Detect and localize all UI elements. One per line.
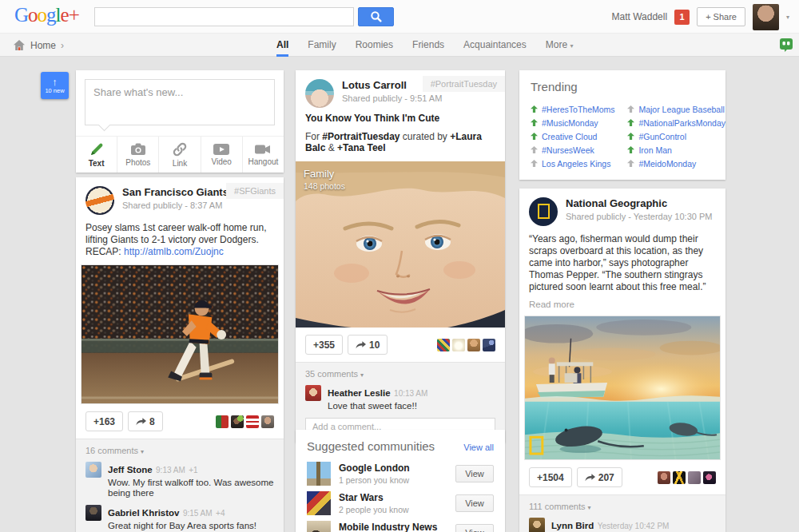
resharer-avatar[interactable]	[261, 415, 274, 428]
post-photo-stingray[interactable]	[524, 316, 721, 460]
post-author-name[interactable]: National Geographic	[566, 197, 712, 209]
tab-roomies[interactable]: Roomies	[356, 34, 393, 57]
community-name[interactable]: Star Wars	[339, 492, 409, 503]
resharer-avatar[interactable]	[231, 415, 244, 428]
community-thumbnail[interactable]	[307, 462, 331, 486]
new-posts-button[interactable]: ↑ 10 new	[41, 72, 69, 99]
read-more-link[interactable]: Read more	[519, 300, 725, 316]
reshare-button[interactable]: 8	[128, 411, 163, 431]
resharer-avatar[interactable]	[673, 471, 686, 484]
share-action-text[interactable]: Text	[76, 137, 117, 173]
community-thumbnail[interactable]	[307, 491, 331, 515]
commenter-avatar[interactable]	[529, 518, 545, 532]
trending-item[interactable]: #NursesWeek	[531, 143, 627, 157]
reshare-button[interactable]: 207	[577, 467, 622, 487]
tab-friends[interactable]: Friends	[412, 34, 444, 57]
search-button[interactable]	[358, 7, 394, 26]
resharer-avatar[interactable]	[688, 471, 701, 484]
comments-toggle[interactable]: 111 comments ▾	[529, 502, 716, 511]
trending-item[interactable]: #GunControl	[627, 129, 725, 143]
view-all-link[interactable]: View all	[463, 443, 494, 452]
resharer-avatar[interactable]	[437, 339, 450, 351]
share-action-video[interactable]: Video	[201, 137, 243, 173]
tab-family[interactable]: Family	[308, 34, 336, 57]
trending-link[interactable]: #HeresToTheMoms	[542, 105, 615, 114]
commenter-name[interactable]: Gabriel Khristov	[108, 508, 179, 518]
notifications-badge[interactable]: 1	[674, 10, 690, 25]
trending-link[interactable]: Major League Baseball	[638, 105, 724, 114]
resharer-avatar[interactable]	[216, 415, 229, 428]
community-thumbnail[interactable]	[307, 521, 331, 532]
trending-item[interactable]: Major League Baseball	[627, 102, 725, 116]
search-input[interactable]	[94, 7, 354, 26]
post-photo-portrait[interactable]: Family 148 photos	[296, 161, 505, 328]
trending-link[interactable]: #GunControl	[638, 132, 686, 141]
reshare-button[interactable]: 10	[348, 335, 388, 355]
hashtag-badge[interactable]: #PortraitTuesday	[423, 76, 505, 92]
album-name[interactable]: Family	[304, 168, 345, 180]
commenter-avatar[interactable]	[305, 385, 321, 401]
trending-link[interactable]: Iron Man	[638, 145, 671, 155]
view-community-button[interactable]: View	[455, 465, 494, 482]
share-action-hangout[interactable]: Hangout	[243, 137, 284, 173]
post-author-avatar[interactable]	[85, 186, 114, 215]
share-action-link[interactable]: Link	[159, 137, 201, 173]
share-action-label: Text	[89, 159, 105, 168]
trending-item[interactable]: Creative Cloud	[531, 129, 627, 143]
google-plus-logo[interactable]: Google+	[14, 4, 79, 26]
resharer-avatar[interactable]	[452, 339, 465, 351]
trending-item[interactable]: Iron Man	[627, 143, 725, 157]
trending-item[interactable]: Los Angeles Kings	[531, 157, 627, 170]
curated-person-link[interactable]: +Tana Teel	[337, 142, 386, 153]
community-name[interactable]: Google London	[339, 463, 410, 474]
trending-link[interactable]: Los Angeles Kings	[542, 159, 610, 169]
commenter-name[interactable]: Heather Leslie	[328, 388, 391, 398]
plus-one-button[interactable]: +355	[305, 335, 343, 355]
post-link[interactable]: http://atmlb.com/Zuojnc	[124, 246, 224, 257]
view-community-button[interactable]: View	[455, 524, 494, 532]
home-menu[interactable]: Home ›	[13, 34, 64, 57]
resharer-avatar[interactable]	[483, 339, 495, 351]
hashtag-badge[interactable]: #SFGiants	[226, 183, 284, 199]
commenter-avatar[interactable]	[85, 462, 101, 478]
view-community-button[interactable]: View	[455, 494, 494, 512]
curated-hashtag-link[interactable]: #PortraitTuesday	[322, 131, 400, 142]
post-author-avatar[interactable]	[305, 79, 334, 108]
resharer-avatar[interactable]	[658, 471, 670, 484]
post-author-name[interactable]: San Francisco Giants	[122, 186, 229, 198]
tab-more[interactable]: More ▾	[546, 34, 574, 57]
user-avatar[interactable]	[753, 4, 779, 30]
tab-all[interactable]: All	[276, 34, 288, 57]
plus-one-button[interactable]: +1504	[529, 467, 572, 487]
logo-letter: o	[38, 4, 47, 26]
resharer-avatar[interactable]	[467, 339, 480, 351]
hangouts-icon[interactable]	[780, 38, 793, 55]
plus-one-button[interactable]: +163	[85, 411, 123, 431]
trending-link[interactable]: #MusicMonday	[542, 118, 598, 128]
trending-link[interactable]: #NursesWeek	[542, 145, 594, 155]
trending-item[interactable]: #MeidoMonday	[627, 157, 725, 170]
account-caret-icon[interactable]: ▾	[786, 14, 789, 21]
trending-link[interactable]: #NationalParksMonday	[638, 118, 725, 128]
comments-toggle[interactable]: 35 comments ▾	[305, 369, 495, 379]
commenter-avatar[interactable]	[85, 505, 101, 521]
share-box: Share what's new... Text Photos Link Vid…	[76, 70, 284, 173]
commenter-name[interactable]: Lynn Bird	[551, 521, 594, 530]
share-input[interactable]: Share what's new...	[85, 79, 275, 125]
post-photo-baseball[interactable]	[81, 264, 279, 404]
trending-item[interactable]: #MusicMonday	[531, 116, 627, 129]
resharer-avatar[interactable]	[246, 415, 259, 428]
post-author-avatar[interactable]	[529, 197, 558, 226]
tab-acquaintances[interactable]: Acquaintances	[463, 34, 527, 57]
trending-link[interactable]: Creative Cloud	[542, 132, 597, 141]
trending-link[interactable]: #MeidoMonday	[638, 159, 696, 169]
share-action-photos[interactable]: Photos	[117, 137, 159, 173]
commenter-name[interactable]: Jeff Stone	[108, 465, 153, 474]
trending-item[interactable]: #HeresToTheMoms	[531, 102, 627, 116]
trending-item[interactable]: #NationalParksMonday	[627, 116, 725, 129]
comments-toggle[interactable]: 16 comments ▾	[85, 446, 274, 455]
share-button[interactable]: + Share	[697, 7, 745, 26]
user-name[interactable]: Matt Waddell	[612, 11, 668, 22]
resharer-avatar[interactable]	[703, 471, 716, 484]
community-name[interactable]: Mobile Industry News	[339, 522, 437, 532]
